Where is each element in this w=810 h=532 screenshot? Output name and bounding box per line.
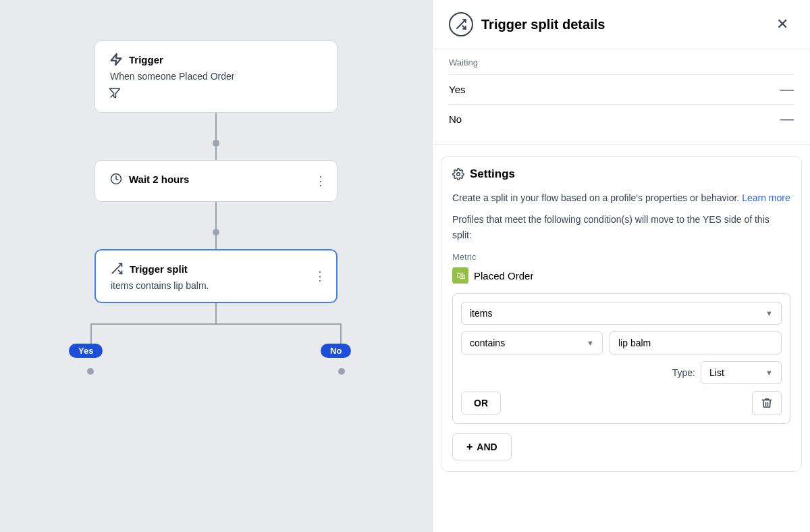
branch-no-label-wrap: No [321,344,351,358]
trigger-icon [109,52,124,67]
split-title: Trigger split [130,263,188,275]
or-button[interactable]: OR [461,392,501,415]
status-no-label: No [449,113,462,125]
operator-select[interactable]: contains ▼ [461,331,603,354]
field-select-chevron: ▼ [765,309,773,317]
flow-canvas: Trigger When someone Placed Order [0,0,432,532]
and-button-label: AND [477,442,497,452]
split-node-header: Trigger split [109,261,323,276]
type-label: Type: [672,367,695,378]
svg-line-2 [111,95,113,97]
wait-title: Wait 2 hours [129,174,189,185]
connector-dot-1 [213,140,219,147]
trigger-split-node[interactable]: Trigger split items contains lip balm. ⋮ [94,249,338,303]
wait-node[interactable]: Wait 2 hours ⋮ [94,160,338,202]
branch-right-line [340,323,342,344]
wait-node-header: Wait 2 hours [109,171,323,186]
trigger-node[interactable]: Trigger When someone Placed Order [94,41,338,113]
type-select-value: List [709,367,724,378]
panel-title: Trigger split details [481,17,763,32]
connector-line-1 [215,113,217,140]
branch-right-dot [338,368,345,375]
metric-label: Metric [452,252,790,262]
operator-select-value: contains [470,338,505,348]
settings-title: Settings [470,167,515,181]
status-yes-label: Yes [449,84,465,95]
type-select[interactable]: List ▼ [701,361,782,384]
condition-field-row: items ▼ [461,302,782,325]
condition-type-row: Type: List ▼ [461,361,782,384]
svg-marker-0 [111,54,122,65]
connector-line-1b [215,147,217,160]
svg-point-8 [457,173,460,176]
status-no-row: No — [449,104,794,134]
trigger-filter-icon [109,87,323,101]
branch-line-h [91,323,341,325]
trigger-split-panel: Trigger split details ✕ Waiting Yes — No… [432,0,810,532]
learn-more-link[interactable]: Learn more [742,192,790,203]
split-subtitle: items contains lip balm. [109,280,323,291]
trigger-title: Trigger [129,54,163,65]
settings-section: Settings Create a split in your flow bas… [441,156,802,472]
status-yes-value: — [780,82,794,97]
status-section: Waiting Yes — No — [433,49,810,145]
split-menu[interactable]: ⋮ [314,269,327,284]
panel-body: Waiting Yes — No — Settings Create a spl… [433,49,810,532]
panel-close-button[interactable]: ✕ [771,13,794,36]
condition-box: items ▼ contains ▼ Type: List [452,293,790,424]
yes-label[interactable]: Yes [69,344,103,358]
wait-menu[interactable]: ⋮ [315,174,327,188]
trigger-node-header: Trigger [109,52,323,67]
connector-line-2b [215,236,217,249]
status-label: Waiting [449,49,794,74]
metric-row: 🛍 Placed Order [452,267,790,284]
action-row: OR [461,391,782,415]
field-select-value: items [470,308,492,319]
status-no-value: — [780,111,794,127]
operator-select-chevron: ▼ [587,339,594,347]
split-icon [109,261,124,276]
connector-dot-2 [213,229,219,236]
shopify-icon: 🛍 [452,267,468,284]
and-button[interactable]: + AND [452,433,512,460]
branch-connector-top [215,303,217,323]
connector-line-2 [215,202,217,229]
status-yes-row: Yes — [449,74,794,104]
settings-description: Create a split in your flow based on a p… [452,190,790,205]
and-plus-icon: + [466,441,473,453]
field-select[interactable]: items ▼ [461,302,782,325]
settings-profiles-text: Profiles that meet the following conditi… [452,212,790,242]
type-select-chevron: ▼ [765,369,773,377]
metric-name: Placed Order [474,270,533,282]
trigger-subtitle: When someone Placed Order [109,71,323,82]
no-label[interactable]: No [321,344,351,358]
panel-header-icon [449,12,473,36]
settings-gear-icon [452,168,464,180]
condition-operator-row: contains ▼ [461,331,782,354]
branch-left-line [90,323,92,344]
wait-icon [109,171,124,186]
branch-left-dot [87,368,94,375]
svg-text:🛍: 🛍 [456,271,465,281]
value-input[interactable] [610,331,782,354]
trash-icon [761,397,773,409]
flow-container: Trigger When someone Placed Order [0,0,432,532]
branch-yes-label-wrap: Yes [69,344,103,358]
panel-header: Trigger split details ✕ [433,0,810,49]
branch-area: Yes No [0,303,432,371]
settings-header: Settings [452,167,790,181]
delete-button[interactable] [752,391,782,415]
